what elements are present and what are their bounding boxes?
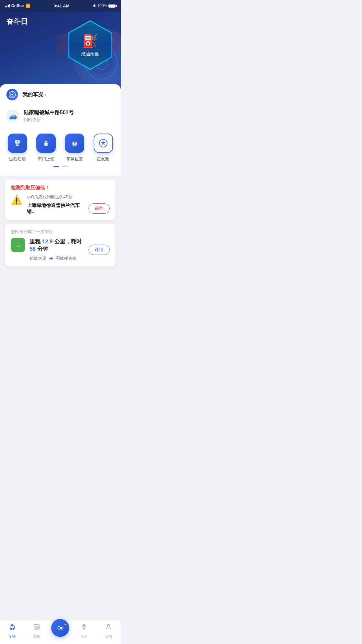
remote-start-icon: [13, 138, 22, 148]
fuel-widget[interactable]: ⛽ 燃油余量: [69, 21, 111, 69]
star-circle-label: 星友圈: [97, 156, 109, 162]
car-location-icon: 🚙: [9, 112, 17, 120]
door-lock-label: 车门上锁: [38, 156, 54, 162]
trip-from: 信建大厦: [30, 256, 46, 261]
trip-body: ≡ 里程 12.9 公里，耗时 56 分钟 信建大厦 ➜ 召稼楼古镇 详情: [11, 238, 110, 261]
action-star-circle[interactable]: 星友圈: [90, 134, 116, 162]
carrier-label: OnStar: [11, 4, 24, 8]
location-text: 陆家嘴银城中路501号 刚刚更新: [24, 109, 74, 123]
alert-content: 小O为您找到最近的4S店 上海绿地徐通雪佛兰汽车销.. 前往: [27, 194, 110, 215]
vehicle-location-icon-wrap: [65, 134, 84, 153]
vehicle-location-icon: [70, 138, 79, 148]
actions-row: 远程启动 车门上锁: [0, 134, 121, 162]
trip-distance-label: 里程: [30, 238, 41, 245]
car-status-bar[interactable]: 我的车况 ›: [0, 84, 121, 105]
alert-body: ⚠️ 小O为您找到最近的4S店 上海绿地徐通雪佛兰汽车销.. 前往: [11, 194, 110, 215]
trip-card: 您刚刚完成了一次旅行 ≡ 里程 12.9 公里，耗时 56 分钟 信建大厦 ➜ …: [5, 224, 116, 266]
svg-point-7: [12, 94, 13, 96]
svg-rect-15: [75, 145, 76, 146]
remote-start-label: 远程启动: [9, 156, 26, 162]
action-vehicle-location[interactable]: 车辆位置: [62, 134, 88, 162]
remote-start-icon-wrap: [8, 134, 27, 153]
trip-stats: 里程 12.9 公里，耗时 56 分钟: [30, 238, 84, 253]
car-status-text: 我的车况 ›: [23, 91, 114, 98]
action-door-lock[interactable]: 车门上锁: [33, 134, 59, 162]
bluetooth-icon: ✱: [93, 4, 96, 8]
battery-icon: [108, 4, 116, 8]
svg-rect-14: [73, 145, 74, 146]
warning-triangle-icon: ⚠️: [11, 195, 22, 205]
trip-icon: ≡: [16, 241, 20, 249]
location-icon-wrap: 🚙: [6, 109, 19, 122]
door-lock-icon-wrap: [36, 134, 56, 153]
trip-to: 召稼楼古镇: [56, 256, 77, 261]
svg-marker-19: [101, 141, 106, 145]
status-bar: OnStar 📶 9:41 AM ✱ 100%: [0, 0, 121, 12]
location-time: 刚刚更新: [24, 117, 74, 123]
trip-content: 里程 12.9 公里，耗时 56 分钟 信建大厦 ➜ 召稼楼古镇: [30, 238, 84, 261]
svg-point-13: [46, 144, 47, 145]
hexagon-shape: ⛽ 燃油余量: [69, 21, 111, 69]
trip-route: 信建大厦 ➜ 召稼楼古镇: [30, 255, 84, 261]
wifi-icon: 📶: [25, 4, 30, 8]
buick-logo-svg: [8, 91, 16, 98]
chevron-icon: ›: [45, 92, 47, 97]
action-remote-start[interactable]: 远程启动: [5, 134, 30, 162]
car-status-title: 我的车况 ›: [23, 91, 114, 98]
signal-icon: [5, 4, 10, 7]
trip-arrow-icon: ➜: [49, 255, 53, 261]
trip-icon-wrap: ≡: [11, 238, 25, 252]
fuel-label: 燃油余量: [81, 51, 99, 57]
status-right: ✱ 100%: [93, 4, 116, 8]
alert-title: 检测到胎压偏低！: [11, 185, 110, 191]
svg-rect-10: [16, 145, 19, 146]
svg-rect-16: [74, 142, 76, 144]
star-circle-icon-wrap: [94, 134, 113, 153]
dot-active: [53, 166, 59, 167]
location-card[interactable]: 🚙 陆家嘴银城中路501号 刚刚更新: [0, 105, 121, 127]
svg-point-11: [17, 141, 18, 143]
hero-section: 奋斗日 ⛽ 燃油余量 我的车况 ›: [0, 12, 121, 105]
trip-detail-button[interactable]: 详情: [88, 245, 110, 255]
buick-logo: [6, 89, 18, 100]
fuel-pump-icon: ⛽: [82, 33, 98, 49]
trip-duration-unit: 分钟: [37, 246, 48, 252]
alert-card: 检测到胎压偏低！ ⚠️ 小O为您找到最近的4S店 上海绿地徐通雪佛兰汽车销.. …: [5, 180, 116, 220]
location-address: 陆家嘴银城中路501号: [24, 109, 74, 116]
hex-inner: ⛽ 燃油余量: [81, 33, 99, 57]
door-lock-icon: [41, 138, 51, 148]
time-label: 9:41 AM: [53, 4, 69, 8]
star-circle-icon: [98, 138, 108, 148]
battery-label: 100%: [97, 4, 107, 8]
pagination-dots: [0, 162, 121, 173]
alert-shop-row: 上海绿地徐通雪佛兰汽车销.. 前往: [27, 202, 110, 215]
alert-shop-name: 上海绿地徐通雪佛兰汽车销..: [27, 202, 85, 215]
quick-actions: 远程启动 车门上锁: [0, 127, 121, 176]
vehicle-location-label: 车辆位置: [66, 156, 83, 162]
alert-navigate-button[interactable]: 前往: [88, 203, 110, 214]
trip-distance-value: 12.9: [42, 238, 53, 245]
svg-rect-17: [72, 144, 77, 145]
trip-distance-unit: 公里，耗时: [54, 238, 82, 245]
alert-sub-text: 小O为您找到最近的4S店: [27, 194, 110, 200]
trip-duration-value: 56: [30, 246, 36, 252]
svg-rect-9: [16, 144, 18, 145]
status-left: OnStar 📶: [5, 4, 30, 8]
trip-header: 您刚刚完成了一次旅行: [11, 229, 110, 235]
dot-inactive: [62, 166, 68, 167]
